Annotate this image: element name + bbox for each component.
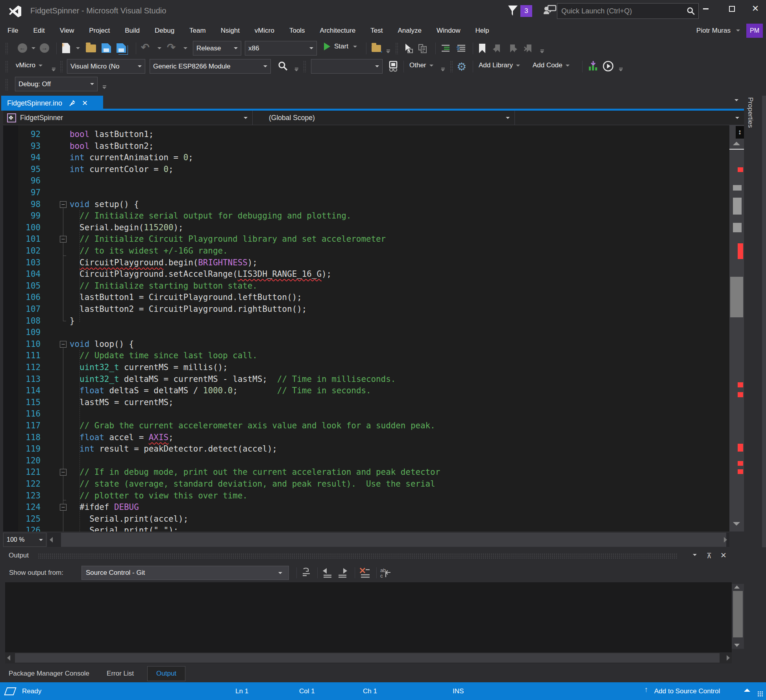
panel-pin-icon[interactable]: ⊼ (707, 552, 712, 560)
nav-scope-dropdown[interactable]: (Global Scope) (253, 111, 515, 125)
code-line-101[interactable]: 101 // Initialize Circuit Playground lib… (3, 233, 729, 245)
navigate-forward-button[interactable]: → (40, 43, 49, 53)
open-file-button[interactable] (86, 44, 96, 52)
code-line-100[interactable]: 100 Serial.begin(115200); (3, 222, 729, 234)
user-avatar[interactable]: PM (746, 24, 763, 38)
code-line-122[interactable]: 122 // state (average, standard deviatio… (3, 478, 729, 490)
editor-vertical-scrollbar[interactable]: ↕ (729, 125, 744, 531)
navigate-backward-caret[interactable] (31, 47, 35, 49)
code-line-97[interactable]: 97 (3, 187, 729, 199)
code-line-99[interactable]: 99 // Initialize serial output for debug… (3, 210, 729, 222)
previous-message-icon[interactable] (321, 567, 333, 578)
search-overflow[interactable] (294, 68, 299, 71)
code-line-126[interactable]: 126 Serial.print(" "); (3, 525, 729, 531)
board-selection-combo[interactable]: Generic ESP8266 Module (150, 59, 271, 74)
tab-output[interactable]: Output (147, 666, 185, 681)
properties-side-tab[interactable]: Properties (746, 97, 754, 128)
menu-item-window[interactable]: Window (429, 27, 468, 35)
other-overflow[interactable] (441, 68, 446, 71)
fold-marker-line-121[interactable]: – (60, 469, 67, 476)
next-message-icon[interactable] (337, 567, 349, 578)
search-libraries-button[interactable] (278, 61, 288, 71)
find-overflow[interactable] (386, 50, 391, 53)
menu-item-view[interactable]: View (52, 27, 82, 35)
clear-all-icon[interactable] (359, 567, 370, 578)
code-line-95[interactable]: 95int currentColor = 0; (3, 164, 729, 176)
code-line-116[interactable]: 116 (3, 408, 729, 420)
comment-lines-button[interactable] (440, 43, 451, 54)
code-line-112[interactable]: 112 uint32_t currentMS = millis(); (3, 362, 729, 374)
source-control-caret[interactable] (744, 689, 750, 692)
upload-button[interactable] (587, 60, 599, 72)
find-message-icon[interactable] (300, 567, 312, 578)
code-line-93[interactable]: 93bool lastButton2; (3, 141, 729, 152)
code-line-113[interactable]: 113 uint32_t deltaMS = currentMS - lastM… (3, 374, 729, 385)
code-line-107[interactable]: 107 lastButton2 = CircuitPlayground.righ… (3, 304, 729, 315)
scroll-left-arrow[interactable] (50, 537, 53, 543)
navigate-backward-button[interactable]: ← (18, 43, 27, 53)
ide-selection-combo[interactable]: Visual Micro (No (67, 59, 145, 74)
code-line-108[interactable]: 108} (3, 315, 729, 327)
tab-package-manager-console[interactable]: Package Manager Console (0, 667, 98, 681)
fold-marker-line-101[interactable]: – (60, 236, 67, 243)
minimize-button[interactable] (697, 0, 715, 17)
redo-button[interactable]: ↷ (167, 41, 176, 54)
add-library-menu[interactable]: Add Library (479, 61, 520, 69)
menu-item-vmicro[interactable]: vMicro (247, 27, 282, 35)
menu-item-nsight[interactable]: Nsight (213, 27, 247, 35)
code-line-110[interactable]: 110void loop() { (3, 339, 729, 350)
panel-close-icon[interactable]: ✕ (720, 551, 727, 560)
solution-platform-combo[interactable]: x86 (245, 41, 317, 56)
code-line-106[interactable]: 106 lastButton1 = CircuitPlayground.left… (3, 292, 729, 304)
undo-caret[interactable] (157, 47, 161, 49)
vmicro-menu[interactable]: vMicro (16, 61, 43, 69)
undo-button[interactable]: ↶ (141, 41, 150, 54)
menu-item-build[interactable]: Build (117, 27, 147, 35)
panel-drag-grip[interactable] (38, 553, 677, 559)
quick-launch-input[interactable]: Quick Launch (Ctrl+Q) (557, 3, 699, 19)
menu-item-project[interactable]: Project (81, 27, 117, 35)
output-horizontal-scrollbar[interactable] (5, 652, 732, 663)
code-line-119[interactable]: 119 int result = peakDetector.detect(acc… (3, 443, 729, 455)
editor-horizontal-scrollbar[interactable] (47, 533, 729, 547)
output-vertical-scrollbar[interactable] (732, 584, 744, 649)
output-options-caret[interactable] (693, 554, 697, 556)
code-line-94[interactable]: 94int currentAnimation = 0; (3, 152, 729, 164)
debug-start-button[interactable] (602, 60, 614, 72)
bookmarks-overflow[interactable] (540, 50, 545, 53)
word-wrap-icon[interactable]: abc (380, 567, 392, 578)
vmicro-overflow[interactable] (52, 68, 56, 71)
nav-member-dropdown[interactable] (515, 111, 744, 125)
scroll-up-arrow[interactable] (733, 142, 740, 145)
code-line-96[interactable]: 96 (3, 175, 729, 187)
code-structure-button[interactable] (417, 43, 428, 54)
tab-close-icon[interactable]: ✕ (82, 99, 88, 107)
code-line-115[interactable]: 115 lastMS = currentMS; (3, 397, 729, 409)
new-file-button[interactable]: ✳ (62, 43, 70, 53)
menu-item-file[interactable]: File (0, 27, 26, 35)
menu-item-team[interactable]: Team (182, 27, 213, 35)
previous-bookmark-button[interactable] (492, 43, 502, 54)
toolbar2-overflow[interactable] (619, 68, 624, 71)
code-line-118[interactable]: 118 float accel = AXIS; (3, 432, 729, 444)
menu-item-architecture[interactable]: Architecture (313, 27, 363, 35)
zoom-level-combo[interactable]: 100 % (3, 533, 46, 547)
scrollbar-thumb[interactable] (730, 277, 743, 317)
next-bookmark-button[interactable] (508, 43, 518, 54)
output-source-combo[interactable]: Source Control - Git (81, 566, 289, 580)
menu-item-debug[interactable]: Debug (147, 27, 182, 35)
pin-icon[interactable] (68, 99, 76, 107)
save-button[interactable] (102, 43, 111, 53)
save-all-button[interactable] (117, 43, 126, 53)
notification-badge[interactable]: 3 (520, 5, 532, 17)
menu-item-tools[interactable]: Tools (282, 27, 313, 35)
fold-marker-line-110[interactable]: – (60, 341, 67, 348)
uncomment-lines-button[interactable]: 9 (456, 43, 467, 54)
select-element-button[interactable] (402, 43, 413, 54)
nav-project-dropdown[interactable]: FidgetSpinner (3, 111, 253, 125)
scroll-down-arrow[interactable] (733, 522, 740, 526)
code-line-123[interactable]: 123 // plotter to view this over time. (3, 490, 729, 502)
other-menu[interactable]: Other (409, 61, 433, 69)
solution-configuration-combo[interactable]: Release (193, 41, 241, 56)
add-to-source-control[interactable]: Add to Source Control (654, 687, 720, 695)
